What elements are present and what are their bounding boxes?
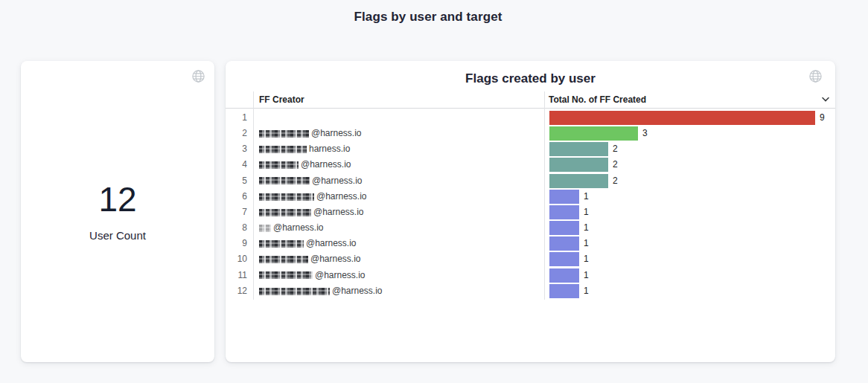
redacted-text — [259, 177, 310, 184]
bar-value-label: 2 — [613, 141, 618, 157]
email-suffix: @harness.io — [312, 176, 363, 186]
row-index: 12 — [226, 283, 247, 299]
user-count-label: User Count — [21, 229, 214, 242]
row-index: 8 — [226, 220, 247, 236]
table-row: 5@harness.io2 — [226, 173, 835, 189]
row-index: 2 — [226, 126, 247, 141]
creator-email: harness.io — [259, 141, 350, 157]
row-index: 1 — [226, 110, 247, 126]
value-bar[interactable] — [549, 142, 608, 156]
table-row: 11@harness.io1 — [226, 268, 835, 283]
table-header-row: FF Creator Total No. of FF Created — [226, 91, 835, 109]
bar-value-label: 1 — [584, 251, 589, 267]
value-bar[interactable] — [549, 111, 815, 125]
email-suffix: @harness.io — [273, 222, 324, 233]
table-row: 19 — [226, 110, 835, 126]
user-count-value: 12 — [21, 180, 214, 219]
bar-value-label: 1 — [584, 283, 589, 299]
creator-email: @harness.io — [259, 236, 357, 251]
creator-email: @harness.io — [259, 173, 363, 189]
table-row: 8@harness.io1 — [226, 220, 835, 236]
row-index: 10 — [226, 251, 247, 267]
creator-email: @harness.io — [259, 251, 361, 267]
row-index: 9 — [226, 236, 247, 251]
page-title: Flags by user and target — [21, 10, 835, 25]
redacted-text — [259, 271, 313, 279]
creator-email: @harness.io — [259, 189, 367, 205]
creator-email: @harness.io — [259, 126, 362, 141]
value-bar[interactable] — [549, 158, 608, 172]
table-body: 192@harness.io33harness.io24@harness.io2… — [226, 110, 835, 299]
row-index: 11 — [226, 268, 247, 283]
row-index: 7 — [226, 205, 247, 220]
table-row: 3harness.io2 — [226, 141, 835, 157]
table-row: 4@harness.io2 — [226, 157, 835, 173]
bar-value-label: 3 — [642, 126, 648, 141]
creator-email: @harness.io — [259, 268, 366, 283]
bar-value-label: 1 — [584, 205, 589, 220]
bar-value-label: 1 — [584, 236, 589, 251]
table-row: 7@harness.io1 — [226, 205, 835, 220]
row-index: 5 — [226, 173, 247, 189]
redacted-text — [259, 240, 304, 248]
table-row: 9@harness.io1 — [226, 236, 835, 251]
email-suffix: @harness.io — [315, 270, 366, 280]
redacted-text — [259, 209, 311, 216]
email-suffix: @harness.io — [310, 254, 361, 264]
value-bar[interactable] — [549, 252, 579, 266]
table-row: 2@harness.io3 — [226, 126, 835, 141]
table-row: 12@harness.io1 — [226, 283, 835, 299]
value-bar[interactable] — [549, 236, 579, 251]
value-bar[interactable] — [549, 268, 579, 283]
email-suffix: @harness.io — [311, 128, 362, 138]
creator-email: @harness.io — [259, 205, 364, 220]
redacted-text — [259, 193, 314, 201]
email-suffix: @harness.io — [306, 238, 357, 248]
email-suffix: @harness.io — [316, 191, 367, 202]
value-bar[interactable] — [549, 284, 579, 298]
globe-icon — [808, 69, 823, 83]
redacted-text — [259, 225, 271, 232]
bar-value-label: 2 — [613, 173, 618, 189]
value-bar[interactable] — [549, 205, 579, 219]
value-bar[interactable] — [549, 190, 579, 204]
redacted-text — [259, 161, 299, 169]
table-row: 6@harness.io1 — [226, 189, 835, 205]
creator-email: @harness.io — [259, 220, 324, 236]
redacted-text — [259, 130, 309, 138]
creator-email: @harness.io — [259, 157, 351, 173]
row-index: 3 — [226, 141, 247, 157]
redacted-text — [259, 256, 308, 263]
dashboard-page: Flags by user and target 12 User Count F… — [0, 0, 868, 383]
bar-value-label: 1 — [584, 268, 589, 283]
value-bar[interactable] — [549, 221, 579, 235]
email-suffix: @harness.io — [301, 159, 351, 170]
table-row: 10@harness.io1 — [226, 251, 835, 267]
chart-title: Flags created by user — [226, 71, 835, 86]
redacted-text — [259, 146, 307, 153]
row-index: 4 — [226, 157, 247, 173]
column-header-total-ff-created[interactable]: Total No. of FF Created — [549, 94, 646, 105]
email-suffix: @harness.io — [332, 286, 383, 296]
header-divider — [226, 108, 835, 109]
flags-created-by-user-card: Flags created by user FF Creator Total N… — [226, 61, 835, 362]
email-suffix: @harness.io — [313, 207, 364, 217]
bar-value-label: 2 — [613, 157, 618, 173]
value-bar[interactable] — [549, 126, 638, 141]
user-count-card: 12 User Count — [21, 61, 214, 362]
chevron-down-icon[interactable] — [821, 97, 830, 103]
bar-value-label: 1 — [584, 189, 589, 205]
bar-value-label: 1 — [584, 220, 589, 236]
column-header-ff-creator[interactable]: FF Creator — [259, 94, 304, 105]
email-suffix: harness.io — [309, 144, 350, 154]
redacted-text — [259, 288, 330, 295]
creator-email: @harness.io — [259, 283, 383, 299]
value-bar[interactable] — [549, 174, 608, 188]
bar-value-label: 9 — [820, 110, 825, 126]
globe-icon — [191, 69, 205, 83]
row-index: 6 — [226, 189, 247, 205]
